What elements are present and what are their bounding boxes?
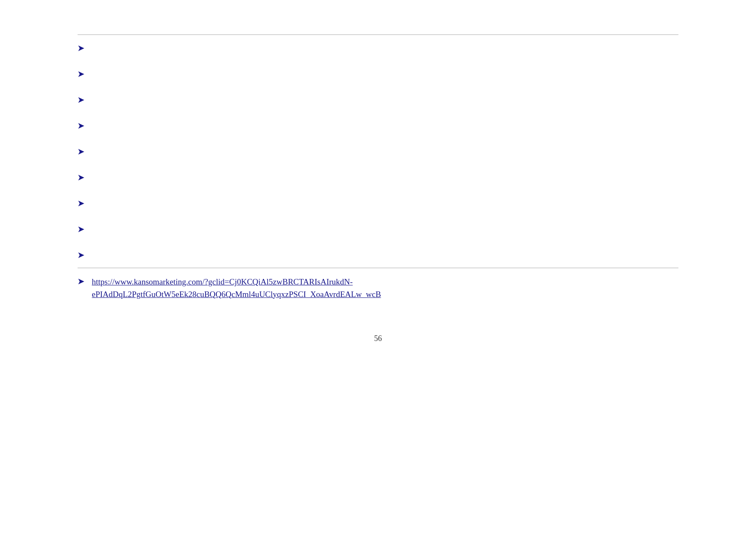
page-container: ➤ ➤ ➤ ➤ ➤ ➤ ➤ ➤ [0,0,756,535]
list-item: ➤ https://www.kansomarketing.com/?gclid=… [78,268,678,308]
arrow-icon: ➤ [78,69,84,79]
arrow-icon: ➤ [78,44,84,53]
list-item: ➤ [78,61,678,87]
arrow-icon: ➤ [78,147,84,156]
arrow-icon: ➤ [78,277,84,286]
arrow-icon: ➤ [78,250,84,260]
arrow-icon: ➤ [78,173,84,182]
arrow-icon: ➤ [78,225,84,234]
page-number: 56 [78,334,678,343]
arrow-icon: ➤ [78,95,84,105]
arrow-icon: ➤ [78,199,84,208]
arrow-icon: ➤ [78,121,84,131]
list-item: ➤ [78,216,678,242]
list-item: ➤ [78,242,678,268]
list-item: ➤ [78,113,678,138]
list-item: ➤ [78,34,678,61]
list-item: ➤ [78,138,678,164]
link-list: ➤ ➤ ➤ ➤ ➤ ➤ ➤ ➤ [78,34,678,308]
list-item: ➤ [78,190,678,216]
link-kansomarketing[interactable]: https://www.kansomarketing.com/?gclid=Cj… [92,276,381,300]
list-item: ➤ [78,164,678,190]
list-item: ➤ [78,87,678,113]
